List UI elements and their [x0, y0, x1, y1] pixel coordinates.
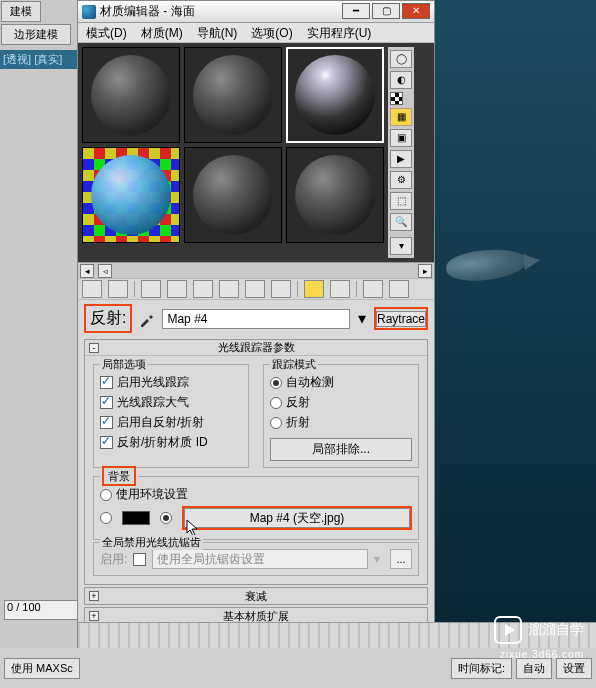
- scroll-left2-icon[interactable]: ◃: [98, 264, 112, 278]
- rad-reflect[interactable]: [270, 397, 282, 409]
- channel-label: 反射:: [84, 304, 132, 333]
- get-material-icon[interactable]: [82, 280, 102, 298]
- dropdown-icon[interactable]: ▾: [356, 309, 368, 328]
- sample-slot-5[interactable]: [184, 147, 282, 243]
- aa-dropdown-icon: ▾: [374, 552, 384, 566]
- chk-enable-raytrace[interactable]: [100, 376, 113, 389]
- sample-slot-3[interactable]: [286, 47, 384, 143]
- material-editor-window: 材质编辑器 - 海面 ━ ▢ ✕ 模式(D) 材质(M) 导航(N) 选项(O)…: [77, 0, 435, 688]
- chk-reflect-mat-id[interactable]: [100, 436, 113, 449]
- eyedropper-icon[interactable]: [138, 310, 156, 328]
- sample-slot-1[interactable]: [82, 47, 180, 143]
- map-type-button[interactable]: Raytrace: [376, 311, 426, 327]
- scroll-down-icon[interactable]: ▾: [390, 237, 412, 255]
- rad-map[interactable]: [160, 512, 172, 524]
- scroll-right-icon[interactable]: ▸: [418, 264, 432, 278]
- chk-aa-enable[interactable]: [133, 553, 146, 566]
- group-aa: 全局禁用光线抗锯齿 启用: ▾ ...: [93, 542, 419, 576]
- rollup-falloff: +衰减: [84, 587, 428, 605]
- make-copy-icon[interactable]: [193, 280, 213, 298]
- name-row: 反射: ▾ Raytrace: [78, 300, 434, 337]
- background-title: 背景: [102, 466, 136, 486]
- show-in-viewport-icon[interactable]: [304, 280, 324, 298]
- sample-type-icon[interactable]: ◯: [390, 50, 412, 68]
- sample-slot-6[interactable]: [286, 147, 384, 243]
- assign-icon[interactable]: [141, 280, 161, 298]
- rollup-raytrace-params: - 光线跟踪器参数 局部选项 启用光线跟踪 光线跟踪大气 启用自反射/折射 反射…: [84, 339, 428, 585]
- viewport-label: [透视] [真实]: [0, 50, 78, 69]
- app-icon: [82, 5, 96, 19]
- video-color-icon[interactable]: ▣: [390, 129, 412, 147]
- group-trace-mode: 跟踪模式 自动检测 反射 折射 局部排除...: [263, 364, 419, 468]
- poly-modeling-tab[interactable]: 边形建模: [1, 24, 71, 45]
- make-unique-icon[interactable]: [219, 280, 239, 298]
- rad-auto[interactable]: [270, 377, 282, 389]
- bg-color-swatch[interactable]: [122, 511, 150, 525]
- select-by-mat-icon[interactable]: ⬚: [390, 192, 412, 210]
- local-exclude-button[interactable]: 局部排除...: [270, 438, 412, 461]
- magnify-icon[interactable]: 🔍: [390, 213, 412, 231]
- status-maxscript[interactable]: 使用 MAXSc: [4, 658, 80, 679]
- sample-slot-4[interactable]: [82, 147, 180, 243]
- bg-map-button[interactable]: Map #4 (天空.jpg): [184, 508, 410, 528]
- rad-use-env[interactable]: [100, 489, 112, 501]
- map-name-input[interactable]: [162, 309, 350, 329]
- sample-uv-icon[interactable]: ▦: [390, 108, 412, 126]
- scroll-left-icon[interactable]: ◂: [80, 264, 94, 278]
- setkey-button[interactable]: 设置: [556, 658, 592, 679]
- backlight-icon[interactable]: ◐: [390, 71, 412, 89]
- play-icon: [494, 616, 522, 644]
- material-toolbar: [78, 278, 434, 300]
- collapse-icon[interactable]: -: [89, 343, 99, 353]
- frame-ruler: 0 / 100: [4, 600, 78, 620]
- chk-self-reflect[interactable]: [100, 416, 113, 429]
- modeling-tab[interactable]: 建模: [1, 1, 41, 22]
- sample-scroll: ◂ ◃ ▸: [78, 262, 434, 278]
- sample-tools: ◯ ◐ ▦ ▣ ▶ ⚙ ⬚ 🔍 ▾: [388, 47, 414, 258]
- menu-navigate[interactable]: 导航(N): [197, 25, 238, 40]
- watermark: 溜溜自学: [494, 616, 584, 644]
- watermark-site: zixue.3d66.com: [500, 649, 584, 660]
- sample-slot-area: ◯ ◐ ▦ ▣ ▶ ⚙ ⬚ 🔍 ▾: [78, 43, 434, 262]
- close-button[interactable]: ✕: [402, 3, 430, 19]
- reset-icon[interactable]: [167, 280, 187, 298]
- options-icon[interactable]: ⚙: [390, 171, 412, 189]
- menubar: 模式(D) 材质(M) 导航(N) 选项(O) 实用程序(U): [78, 23, 434, 43]
- group-background: 背景 使用环境设置 Map #4 (天空.jpg): [93, 476, 419, 540]
- aa-select: [152, 549, 368, 569]
- go-parent-icon[interactable]: [363, 280, 383, 298]
- mat-id-icon[interactable]: [271, 280, 291, 298]
- background-icon[interactable]: [390, 92, 403, 105]
- menu-material[interactable]: 材质(M): [141, 25, 183, 40]
- put-to-lib-icon[interactable]: [245, 280, 265, 298]
- rollup-head-raytrace[interactable]: - 光线跟踪器参数: [85, 340, 427, 356]
- go-forward-icon[interactable]: [389, 280, 409, 298]
- menu-mode[interactable]: 模式(D): [86, 25, 127, 40]
- autokey-button[interactable]: 自动: [516, 658, 552, 679]
- chk-raytrace-atmos[interactable]: [100, 396, 113, 409]
- titlebar[interactable]: 材质编辑器 - 海面 ━ ▢ ✕: [78, 1, 434, 23]
- rollup-head-falloff[interactable]: +衰减: [85, 588, 427, 604]
- menu-options[interactable]: 选项(O): [251, 25, 292, 40]
- make-preview-icon[interactable]: ▶: [390, 150, 412, 168]
- expand-icon[interactable]: +: [89, 591, 99, 601]
- left-panel: 建模 边形建模 [透视] [真实]: [0, 0, 78, 688]
- rad-color[interactable]: [100, 512, 112, 524]
- put-to-scene-icon[interactable]: [108, 280, 128, 298]
- sample-slot-2[interactable]: [184, 47, 282, 143]
- show-end-icon[interactable]: [330, 280, 350, 298]
- aa-more-button[interactable]: ...: [390, 549, 412, 569]
- menu-utilities[interactable]: 实用程序(U): [307, 25, 372, 40]
- window-title: 材质编辑器 - 海面: [100, 3, 195, 20]
- time-label: 时间标记:: [451, 658, 512, 679]
- minimize-button[interactable]: ━: [342, 3, 370, 19]
- aa-enable-label: 启用:: [100, 551, 127, 568]
- rad-refract[interactable]: [270, 417, 282, 429]
- expand-icon[interactable]: +: [89, 611, 99, 621]
- maximize-button[interactable]: ▢: [372, 3, 400, 19]
- group-local-options: 局部选项 启用光线跟踪 光线跟踪大气 启用自反射/折射 反射/折射材质 ID: [93, 364, 249, 468]
